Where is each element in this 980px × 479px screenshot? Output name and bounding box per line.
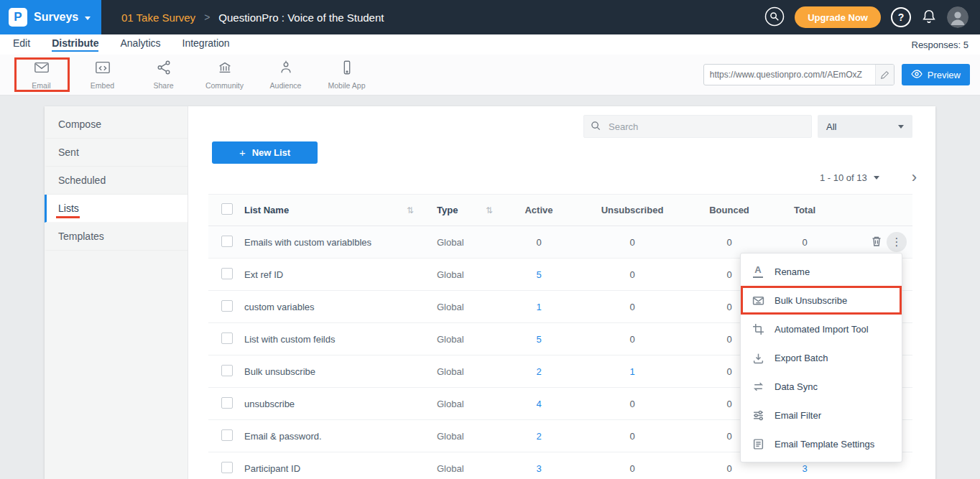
help-button[interactable]: ?	[891, 7, 911, 27]
menu-item-email-filter[interactable]: Email Filter	[741, 401, 902, 429]
menu-item-automated-import-tool[interactable]: Automated Import Tool	[741, 315, 902, 343]
header-list-name[interactable]: List Name	[244, 205, 289, 215]
list-name-link[interactable]: List with custom feilds	[244, 334, 335, 345]
row-checkbox[interactable]	[221, 332, 233, 344]
list-name-link[interactable]: Ext ref ID	[244, 269, 283, 280]
list-name-link[interactable]: unsubscribe	[244, 399, 295, 409]
new-list-button[interactable]: + New List	[212, 141, 318, 164]
unsubscribed-count[interactable]: 0	[575, 431, 690, 442]
row-checkbox[interactable]	[221, 429, 233, 441]
active-count[interactable]: 1	[503, 302, 575, 312]
row-checkbox[interactable]	[221, 236, 233, 247]
active-count[interactable]: 4	[503, 399, 575, 409]
delete-list-button[interactable]	[871, 236, 882, 249]
total-count[interactable]: 3	[769, 463, 841, 474]
edit-url-icon[interactable]	[875, 65, 894, 85]
list-search-input[interactable]	[583, 115, 812, 138]
menu-item-export-batch[interactable]: Export Batch	[741, 343, 902, 372]
header-bounced: Bounced	[690, 205, 769, 215]
row-checkbox[interactable]	[221, 268, 233, 279]
list-name-link[interactable]: custom variables	[244, 302, 315, 312]
list-type: Global	[424, 463, 503, 474]
row-checkbox[interactable]	[221, 300, 233, 312]
unsubscribed-count[interactable]: 0	[575, 399, 690, 409]
sidebar-item-scheduled[interactable]: Scheduled	[45, 167, 188, 195]
total-count[interactable]: 0	[769, 237, 841, 248]
unsubscribed-count[interactable]: 0	[575, 463, 690, 474]
questionpro-logo: P	[9, 8, 27, 27]
list-name-link[interactable]: Participant ID	[244, 463, 300, 474]
active-count[interactable]: 0	[503, 237, 575, 248]
mobile-app-icon	[339, 60, 355, 78]
list-type: Global	[424, 334, 503, 345]
row-checkbox[interactable]	[221, 462, 233, 473]
row-checkbox[interactable]	[221, 365, 233, 376]
toolbar-item-community[interactable]: Community	[194, 60, 255, 90]
unsubscribed-count[interactable]: 0	[575, 334, 690, 345]
active-count[interactable]: 3	[503, 463, 575, 474]
share-icon	[156, 60, 172, 78]
tab-analytics[interactable]: Analytics	[120, 37, 160, 52]
sort-icon[interactable]: ⇅	[486, 205, 493, 215]
bounced-count[interactable]: 0	[690, 237, 769, 248]
row-menu-button[interactable]: ⋮	[887, 232, 907, 252]
list-filter-dropdown[interactable]: All	[818, 115, 912, 138]
bounced-count[interactable]: 0	[690, 463, 769, 474]
email-filter-icon	[752, 409, 764, 422]
unsubscribed-count[interactable]: 0	[575, 237, 690, 248]
sidebar-item-templates[interactable]: Templates	[45, 223, 188, 251]
menu-item-rename[interactable]: A Rename	[741, 257, 902, 286]
user-avatar[interactable]	[947, 6, 969, 28]
breadcrumb-survey-name[interactable]: 01 Take Survey	[121, 11, 195, 24]
sort-icon[interactable]: ⇅	[407, 205, 414, 215]
menu-item-bulk-unsubscribe[interactable]: Bulk Unsubscribe	[741, 286, 902, 315]
chevron-down-icon	[85, 17, 91, 20]
list-name-link[interactable]: Emails with custom variablbles	[244, 237, 371, 248]
global-search-button[interactable]	[764, 6, 785, 29]
list-name-link[interactable]: Bulk unsubscribe	[244, 366, 315, 377]
bulk-unsubscribe-icon	[752, 294, 764, 307]
toolbar-item-embed[interactable]: Embed	[72, 60, 133, 90]
email-template-settings-icon	[752, 438, 764, 450]
toolbar-item-share[interactable]: Share	[133, 60, 194, 90]
page-title: QuestionPro : Voice of the Student	[218, 11, 384, 24]
toolbar-item-mobile-app[interactable]: Mobile App	[316, 60, 377, 90]
tab-distribute[interactable]: Distribute	[52, 37, 98, 52]
active-count[interactable]: 2	[503, 431, 575, 442]
row-checkbox[interactable]	[221, 397, 233, 409]
trash-icon	[871, 236, 882, 249]
active-count[interactable]: 5	[503, 334, 575, 345]
breadcrumb-separator-icon: >	[204, 11, 210, 23]
product-switcher[interactable]: P Surveys	[0, 0, 101, 34]
tab-integration[interactable]: Integration	[182, 37, 230, 52]
upgrade-now-button[interactable]: Upgrade Now	[795, 6, 881, 28]
next-page-icon[interactable]: ›	[912, 169, 917, 185]
community-icon	[217, 60, 233, 78]
notifications-button[interactable]	[921, 9, 937, 27]
list-name-link[interactable]: Email & password.	[244, 431, 322, 442]
sidebar-item-lists[interactable]: Lists	[45, 195, 188, 223]
responses-count[interactable]: Responses: 5	[912, 39, 969, 50]
menu-item-email-template-settings[interactable]: Email Template Settings	[741, 429, 902, 458]
menu-item-data-sync[interactable]: Data Sync	[741, 372, 902, 401]
sidebar-item-sent[interactable]: Sent	[45, 139, 188, 167]
tab-edit[interactable]: Edit	[13, 37, 30, 52]
toolbar-item-audience[interactable]: Audience	[255, 60, 316, 90]
unsubscribed-count[interactable]: 0	[575, 269, 690, 280]
topbar: P Surveys 01 Take Survey > QuestionPro :…	[0, 0, 980, 34]
preview-button[interactable]: Preview	[902, 64, 970, 85]
unsubscribed-count[interactable]: 1	[575, 366, 690, 377]
header-total: Total	[769, 205, 841, 215]
active-count[interactable]: 5	[503, 269, 575, 280]
select-all-checkbox[interactable]	[221, 203, 233, 215]
unsubscribed-count[interactable]: 0	[575, 302, 690, 312]
sidebar-item-compose[interactable]: Compose	[45, 111, 188, 139]
header-type[interactable]: Type	[424, 205, 458, 215]
toolbar-item-email[interactable]: Email	[11, 60, 72, 90]
logo-letter: P	[14, 10, 22, 24]
list-type: Global	[424, 431, 503, 442]
pagination-range-dropdown[interactable]: 1 - 10 of 13	[820, 172, 879, 183]
active-count[interactable]: 2	[503, 366, 575, 377]
survey-url-input[interactable]	[704, 70, 875, 80]
toolbar-right: Preview	[703, 64, 980, 85]
